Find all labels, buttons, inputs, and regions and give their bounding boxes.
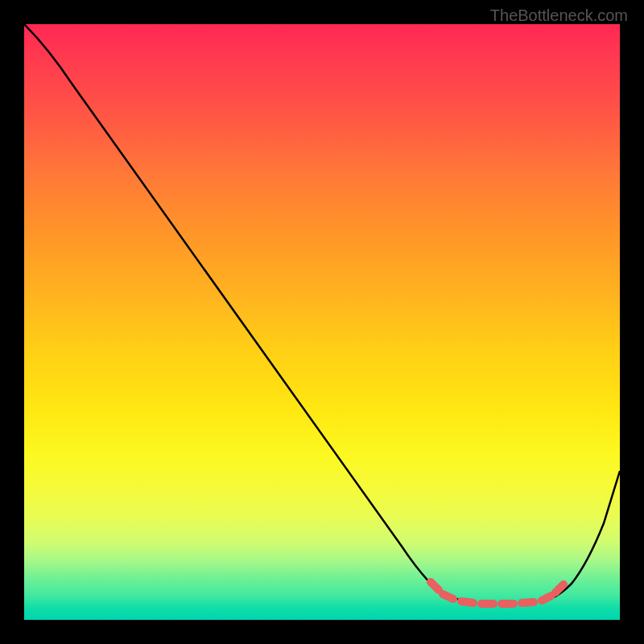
chart-svg: [24, 24, 620, 620]
dash-7: [542, 596, 551, 601]
bottleneck-curve-left: [24, 24, 471, 602]
dash-2: [443, 594, 453, 599]
dash-1: [431, 582, 439, 590]
dash-8: [555, 584, 564, 592]
dash-6: [522, 602, 534, 603]
optimal-zone-dashes: [431, 582, 564, 604]
dash-3: [461, 601, 473, 603]
chart-area: [24, 24, 620, 620]
bottleneck-curve-right: [539, 471, 620, 602]
watermark-text: TheBottleneck.com: [490, 6, 628, 25]
